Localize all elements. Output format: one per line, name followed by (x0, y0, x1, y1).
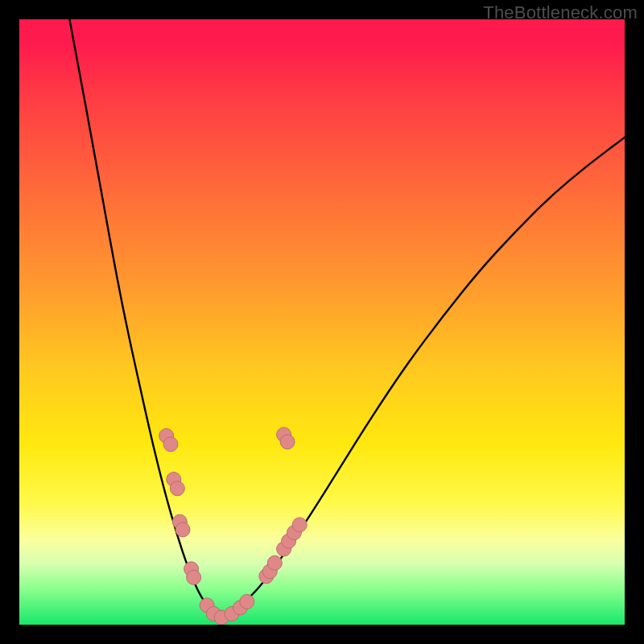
data-point (240, 594, 254, 609)
chart-frame: TheBottleneck.com (0, 0, 644, 644)
plot-area (19, 19, 625, 625)
curve-left-branch (69, 19, 221, 619)
data-point (187, 570, 201, 584)
data-point (280, 435, 295, 449)
data-point (163, 437, 178, 452)
data-point (170, 481, 184, 496)
data-point (175, 522, 190, 537)
data-point (267, 555, 282, 570)
data-point (292, 518, 307, 532)
curve-overlay (19, 19, 625, 625)
